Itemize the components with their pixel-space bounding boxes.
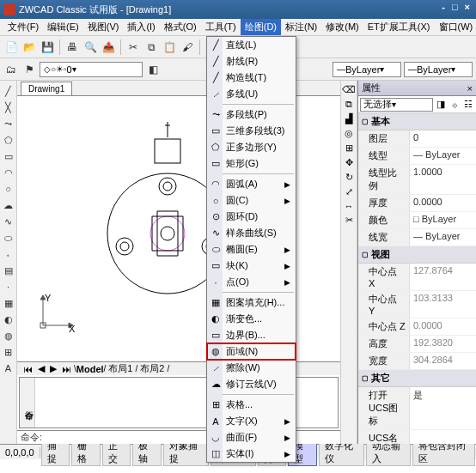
- open-icon[interactable]: 📂: [21, 39, 37, 55]
- menu-item[interactable]: ╱构造线(T): [207, 70, 296, 86]
- prop-ic2-icon[interactable]: ⟐: [449, 99, 461, 111]
- doc-tab[interactable]: Drawing1: [21, 82, 72, 95]
- menu-item[interactable]: ╱直线(L): [207, 37, 296, 53]
- match-icon[interactable]: 🖌: [180, 39, 195, 55]
- polygon-icon[interactable]: ⬠: [2, 133, 15, 147]
- menu-item[interactable]: ⊞表格...: [207, 397, 296, 413]
- publish-icon[interactable]: 📤: [101, 39, 116, 55]
- menu-item[interactable]: ○圆(C)▶: [207, 192, 296, 209]
- pline-icon[interactable]: ⤳: [2, 117, 15, 130]
- trim-icon[interactable]: ✂: [345, 215, 353, 226]
- menu-file[interactable]: 文件(F): [3, 19, 43, 35]
- array-icon[interactable]: ⊞: [345, 143, 353, 154]
- offset-icon[interactable]: ◎: [345, 128, 353, 139]
- menu-item[interactable]: ⬠正多边形(Y): [207, 139, 296, 155]
- table-icon[interactable]: ⊞: [2, 345, 15, 359]
- line-icon[interactable]: ╱: [2, 84, 15, 98]
- circle-icon[interactable]: ○: [2, 182, 15, 196]
- tab-model[interactable]: Model: [76, 364, 104, 374]
- selection-dropdown[interactable]: 无选择 ▾: [360, 98, 433, 112]
- menu-item[interactable]: ◍面域(N): [207, 343, 296, 360]
- paste-icon[interactable]: 📋: [162, 39, 177, 55]
- menu-item[interactable]: ☁修订云线(V): [207, 376, 296, 392]
- group-basic[interactable]: 基本: [358, 113, 476, 130]
- save-icon[interactable]: 💾: [40, 39, 55, 55]
- xline-icon[interactable]: ╳: [2, 100, 15, 114]
- erase-icon[interactable]: ⌫: [342, 84, 356, 95]
- menu-item[interactable]: ▭三维多段线(3): [207, 123, 296, 139]
- menu-item[interactable]: ◡曲面(F)▶: [207, 429, 296, 446]
- rotate-icon[interactable]: ↻: [345, 172, 353, 183]
- scale-icon[interactable]: ⤢: [345, 186, 353, 197]
- prop-ic3-icon[interactable]: ☷: [462, 99, 474, 111]
- menu-item[interactable]: ▭块(K)▶: [207, 258, 296, 274]
- menu-item[interactable]: ╱射线(R): [207, 53, 296, 70]
- cut-icon[interactable]: ✂: [125, 39, 141, 55]
- menu-item[interactable]: ⊙圆环(D): [207, 209, 296, 225]
- group-other[interactable]: 其它: [358, 370, 476, 387]
- mirror-icon[interactable]: ▟: [345, 113, 352, 124]
- stretch-icon[interactable]: ↔: [345, 201, 354, 211]
- move-icon[interactable]: ✥: [345, 157, 353, 168]
- tab-nav-next[interactable]: ▶: [47, 363, 59, 374]
- menu-edit[interactable]: 编辑(E): [43, 19, 83, 35]
- menu-item[interactable]: ⬭椭圆(E)▶: [207, 241, 296, 258]
- ellipsearc-icon[interactable]: ⬫: [2, 247, 15, 261]
- menu-et[interactable]: ET扩展工具(X): [363, 19, 435, 35]
- layer-icon[interactable]: 🗂: [3, 62, 19, 77]
- menu-draw[interactable]: 绘图(D): [241, 19, 281, 35]
- arc-icon[interactable]: ◠: [2, 166, 15, 179]
- menu-window[interactable]: 窗口(W): [435, 19, 476, 35]
- lineweight-dropdown[interactable]: — ByLayer ▾: [404, 62, 473, 77]
- cloud-icon[interactable]: ☁: [2, 198, 15, 212]
- linetype-dropdown[interactable]: — ByLayer ▾: [333, 62, 401, 77]
- menu-dimension[interactable]: 标注(N): [281, 19, 321, 35]
- menu-format[interactable]: 格式(O): [160, 19, 201, 35]
- block-icon[interactable]: ▤: [2, 264, 15, 277]
- menu-item[interactable]: ⟋擦除(W): [207, 360, 296, 376]
- text-icon[interactable]: A: [2, 361, 15, 375]
- hatch-icon[interactable]: ▦: [2, 296, 15, 310]
- print-icon[interactable]: 🖶: [64, 39, 80, 55]
- properties-tree[interactable]: 基本 图层0 线型— ByLayer 线型比例1.0000 厚度0.0000 颜…: [358, 113, 476, 444]
- tab-nav-last[interactable]: ⏭: [59, 364, 74, 374]
- menu-item[interactable]: ▭矩形(G): [207, 155, 296, 172]
- menu-item[interactable]: ⟋多线(U): [207, 86, 296, 102]
- menu-tools[interactable]: 工具(T): [201, 19, 241, 35]
- tab-nav-first[interactable]: ⏮: [21, 364, 35, 374]
- ellipse-icon[interactable]: ⬭: [2, 231, 15, 245]
- region-icon[interactable]: ◍: [2, 329, 15, 343]
- close-button[interactable]: ×: [462, 2, 473, 12]
- maximize-button[interactable]: □: [449, 2, 461, 12]
- copy-icon[interactable]: ⧉: [143, 39, 159, 55]
- menu-item[interactable]: ◫实体(I)▶: [207, 446, 296, 462]
- rect-icon[interactable]: ▭: [2, 149, 15, 163]
- tab-layout1[interactable]: 布局1: [106, 362, 135, 375]
- copy2-icon[interactable]: ⧉: [345, 99, 352, 110]
- layeriso-icon[interactable]: ◧: [145, 62, 161, 77]
- menu-item[interactable]: ·点(O)▶: [207, 274, 296, 290]
- panel-close-icon[interactable]: ×: [467, 83, 473, 94]
- tab-layout2[interactable]: 布局2: [137, 362, 167, 375]
- menu-item[interactable]: ◐渐变色...: [207, 311, 296, 327]
- menu-item[interactable]: ∿样条曲线(S): [207, 225, 296, 241]
- spline-icon[interactable]: ∿: [2, 215, 15, 228]
- menu-item[interactable]: ▭边界(B)...: [207, 327, 296, 343]
- menu-item[interactable]: ⤳多段线(P): [207, 106, 296, 123]
- properties-header[interactable]: 属性×: [358, 81, 476, 96]
- menu-modify[interactable]: 修改(M): [321, 19, 363, 35]
- menu-insert[interactable]: 插入(I): [123, 19, 159, 35]
- prop-ic1-icon[interactable]: ◨: [435, 99, 447, 111]
- layer-dropdown[interactable]: ◇○☀▫ 0 ▾: [40, 62, 143, 77]
- minimize-button[interactable]: -: [439, 2, 448, 12]
- preview-icon[interactable]: 🔍: [82, 39, 98, 55]
- tab-nav-prev[interactable]: ◀: [35, 363, 47, 374]
- menu-item[interactable]: A文字(X)▶: [207, 413, 296, 429]
- new-icon[interactable]: 📄: [3, 39, 19, 55]
- menu-view[interactable]: 视图(V): [83, 19, 124, 35]
- layerstate-icon[interactable]: ⚑: [21, 62, 37, 77]
- group-view[interactable]: 视图: [358, 246, 476, 264]
- gradient-icon[interactable]: ◐: [2, 312, 15, 326]
- point-icon[interactable]: ·: [2, 280, 15, 294]
- menu-item[interactable]: ◠圆弧(A)▶: [207, 176, 296, 192]
